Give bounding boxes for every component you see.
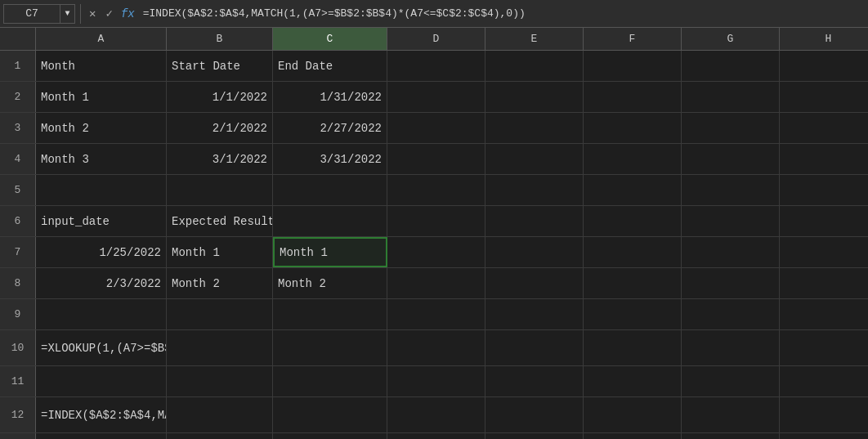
cell-H10[interactable] <box>780 330 868 365</box>
cell-E12[interactable] <box>485 397 584 432</box>
cell-E5[interactable] <box>485 175 584 205</box>
cell-A6[interactable]: input_date <box>36 206 167 236</box>
col-header-e[interactable]: E <box>485 28 584 50</box>
cell-B4[interactable]: 3/1/2022 <box>167 144 273 174</box>
cell-G4[interactable] <box>682 144 780 174</box>
cell-C1[interactable]: End Date <box>273 51 387 81</box>
cell-F6[interactable] <box>584 206 682 236</box>
cell-D1[interactable] <box>387 51 485 81</box>
col-header-a[interactable]: A <box>36 28 167 50</box>
cell-H11[interactable] <box>780 366 868 396</box>
cell-G12[interactable] <box>682 397 780 432</box>
cell-C2[interactable]: 1/31/2022 <box>273 82 387 112</box>
cell-reference-box[interactable] <box>3 4 60 24</box>
cell-A1[interactable]: Month <box>36 51 167 81</box>
cell-B3[interactable]: 2/1/2022 <box>167 113 273 143</box>
cell-G2[interactable] <box>682 82 780 112</box>
cell-F8[interactable] <box>584 268 682 298</box>
cell-D5[interactable] <box>387 175 485 205</box>
cell-G6[interactable] <box>682 206 780 236</box>
cell-C12[interactable] <box>273 397 387 432</box>
cell-C13[interactable] <box>273 433 387 439</box>
cell-C3[interactable]: 2/27/2022 <box>273 113 387 143</box>
cell-H7[interactable] <box>780 237 868 267</box>
cell-A10[interactable]: =XLOOKUP(1,(A7>=$B$2:$B$4)*(A7<=$C$2:$C$… <box>36 330 167 365</box>
cancel-icon[interactable]: ✕ <box>86 5 99 22</box>
cell-A5[interactable] <box>36 175 167 205</box>
cell-A9[interactable] <box>36 299 167 329</box>
cell-C4[interactable]: 3/31/2022 <box>273 144 387 174</box>
col-header-g[interactable]: G <box>682 28 780 50</box>
cell-H12[interactable] <box>780 397 868 432</box>
cell-B2[interactable]: 1/1/2022 <box>167 82 273 112</box>
cell-G13[interactable] <box>682 433 780 439</box>
cell-C5[interactable] <box>273 175 387 205</box>
cell-E13[interactable] <box>485 433 584 439</box>
cell-E3[interactable] <box>485 113 584 143</box>
formula-input[interactable] <box>140 6 865 21</box>
cell-B7[interactable]: Month 1 <box>167 237 273 267</box>
cell-B8[interactable]: Month 2 <box>167 268 273 298</box>
cell-E11[interactable] <box>485 366 584 396</box>
cell-F11[interactable] <box>584 366 682 396</box>
cell-D6[interactable] <box>387 206 485 236</box>
cell-D3[interactable] <box>387 113 485 143</box>
cell-E1[interactable] <box>485 51 584 81</box>
cell-F10[interactable] <box>584 330 682 365</box>
cell-F5[interactable] <box>584 175 682 205</box>
cell-A2[interactable]: Month 1 <box>36 82 167 112</box>
cell-A11[interactable] <box>36 366 167 396</box>
cell-D10[interactable] <box>387 330 485 365</box>
cell-D11[interactable] <box>387 366 485 396</box>
cell-H2[interactable] <box>780 82 868 112</box>
cell-F13[interactable] <box>584 433 682 439</box>
cell-F1[interactable] <box>584 51 682 81</box>
cell-H5[interactable] <box>780 175 868 205</box>
cell-B1[interactable]: Start Date <box>167 51 273 81</box>
col-header-h[interactable]: H <box>780 28 868 50</box>
cell-E2[interactable] <box>485 82 584 112</box>
cell-B11[interactable] <box>167 366 273 396</box>
cell-E8[interactable] <box>485 268 584 298</box>
cell-A4[interactable]: Month 3 <box>36 144 167 174</box>
cell-C6[interactable] <box>273 206 387 236</box>
cell-A13[interactable] <box>36 433 167 439</box>
cell-F2[interactable] <box>584 82 682 112</box>
cell-G9[interactable] <box>682 299 780 329</box>
cell-H6[interactable] <box>780 206 868 236</box>
cell-G3[interactable] <box>682 113 780 143</box>
cell-G10[interactable] <box>682 330 780 365</box>
cell-D2[interactable] <box>387 82 485 112</box>
cell-D8[interactable] <box>387 268 485 298</box>
cell-H4[interactable] <box>780 144 868 174</box>
cell-D13[interactable] <box>387 433 485 439</box>
cell-G7[interactable] <box>682 237 780 267</box>
cell-A12[interactable]: =INDEX($A$2:$A$4,MATCH(1,(A7>=$B$2:$B$4)… <box>36 397 167 432</box>
cell-C8[interactable]: Month 2 <box>273 268 387 298</box>
cell-H9[interactable] <box>780 299 868 329</box>
cell-G5[interactable] <box>682 175 780 205</box>
cell-C10[interactable] <box>273 330 387 365</box>
cell-E4[interactable] <box>485 144 584 174</box>
cell-C9[interactable] <box>273 299 387 329</box>
cell-C7[interactable]: Month 1 <box>273 237 387 267</box>
cell-B6[interactable]: Expected Result = Month <box>167 206 273 236</box>
cell-D12[interactable] <box>387 397 485 432</box>
confirm-icon[interactable]: ✓ <box>102 5 115 22</box>
col-header-f[interactable]: F <box>584 28 682 50</box>
cell-F7[interactable] <box>584 237 682 267</box>
cell-A7[interactable]: 1/25/2022 <box>36 237 167 267</box>
cell-G1[interactable] <box>682 51 780 81</box>
cell-H1[interactable] <box>780 51 868 81</box>
cell-F4[interactable] <box>584 144 682 174</box>
col-header-b[interactable]: B <box>167 28 273 50</box>
cell-B13[interactable] <box>167 433 273 439</box>
cell-B9[interactable] <box>167 299 273 329</box>
cell-F12[interactable] <box>584 397 682 432</box>
cell-E7[interactable] <box>485 237 584 267</box>
cell-H13[interactable] <box>780 433 868 439</box>
cell-B12[interactable] <box>167 397 273 432</box>
cell-F9[interactable] <box>584 299 682 329</box>
cell-A8[interactable]: 2/3/2022 <box>36 268 167 298</box>
cell-B10[interactable] <box>167 330 273 365</box>
